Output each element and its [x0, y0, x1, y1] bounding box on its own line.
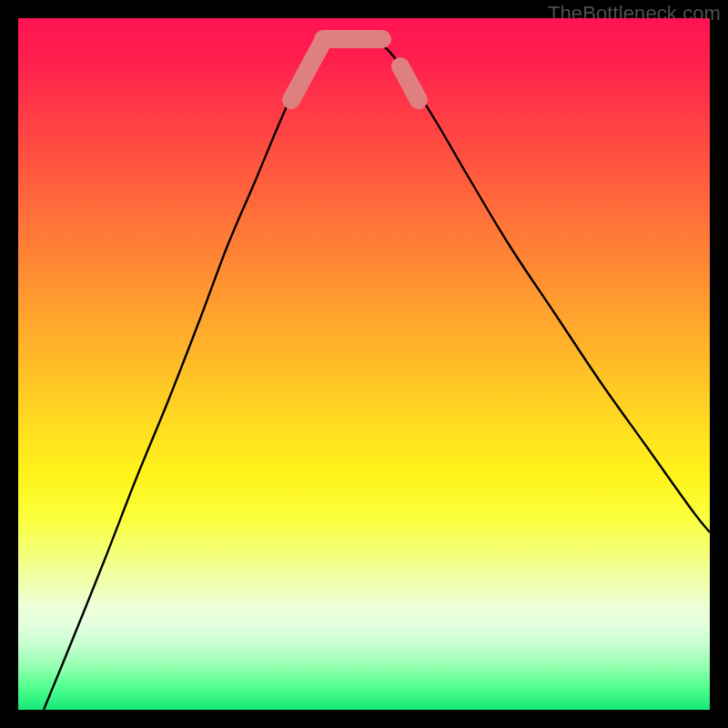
series-bottleneck-curve [44, 41, 710, 710]
curve-svg [18, 18, 710, 710]
series-marker-right-rise [400, 66, 419, 100]
series-group [44, 39, 710, 710]
series-marker-left-descent [291, 41, 323, 100]
chart-area [18, 18, 710, 710]
